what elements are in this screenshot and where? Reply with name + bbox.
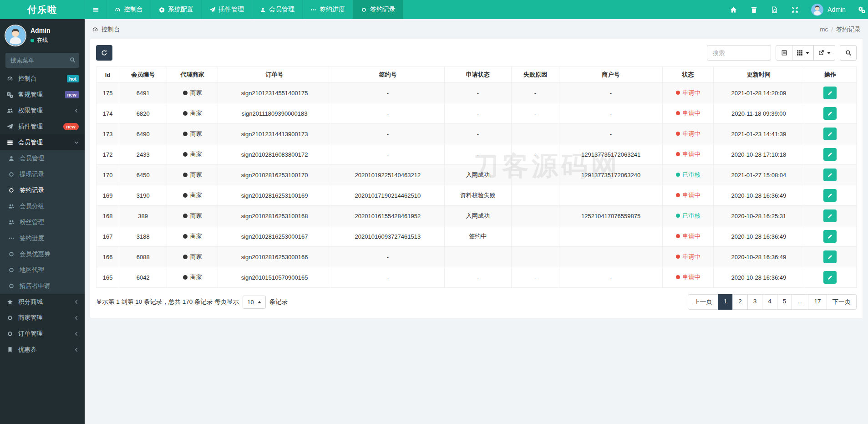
sidebar-item-plugin-management[interactable]: 插件管理new (0, 118, 85, 134)
cell-sign-no: - (331, 83, 445, 103)
page-button-4[interactable]: 4 (762, 294, 777, 310)
prev-page-button[interactable]: 上一页 (688, 294, 718, 310)
status-dot-icon (676, 152, 680, 156)
edit-button[interactable] (823, 128, 837, 140)
sidebar-search-input[interactable] (5, 53, 79, 68)
sidebar-item-fans-management[interactable]: 粉丝管理 (0, 214, 85, 230)
users-icon (7, 219, 15, 225)
sidebar-item-member-groups[interactable]: 会员分组 (0, 198, 85, 214)
edit-button[interactable] (823, 250, 837, 263)
sidebar-item-label: 常规管理 (18, 91, 61, 99)
topnav-item-sign-progress[interactable]: 签约进度 (302, 0, 353, 19)
search-toggle-button[interactable] (840, 45, 857, 61)
refresh-button[interactable] (96, 45, 112, 61)
cell-merchant-no: - (559, 83, 662, 103)
page-button-1[interactable]: 1 (718, 294, 733, 310)
edit-button[interactable] (823, 189, 837, 202)
edit-button[interactable] (823, 148, 837, 161)
edit-button[interactable] (823, 107, 837, 120)
edit-button[interactable] (823, 271, 837, 284)
breadcrumb: 控制台 mc/签约记录 (85, 19, 868, 39)
edit-button[interactable] (823, 230, 837, 243)
page-button-5[interactable]: 5 (777, 294, 792, 310)
sidebar-item-merchant-management[interactable]: 商家管理 (0, 310, 85, 326)
gears-icon (6, 92, 14, 98)
sidebar-item-sign-records[interactable]: 签约记录 (0, 182, 85, 198)
cell-status: 已审核 (663, 165, 714, 185)
cell-actions (804, 144, 856, 165)
cell-id: 174 (96, 103, 119, 124)
cell-sign-no: - (331, 124, 445, 144)
sidebar-item-member-management[interactable]: 会员管理 (0, 134, 85, 150)
sidebar-item-withdraw-records[interactable]: 提现记录 (0, 166, 85, 182)
sidebar-item-shop-expander-apply[interactable]: 拓店者申请 (0, 278, 85, 294)
cell-updated: 2021-01-28 14:20:09 (713, 83, 804, 103)
paper-plane-icon (6, 123, 14, 130)
column-header-actions: 操作 (804, 67, 856, 83)
cell-status: 申请中 (663, 226, 714, 247)
trash-button[interactable] (744, 0, 764, 19)
page-button-17[interactable]: 17 (808, 294, 827, 310)
edit-button[interactable] (823, 87, 837, 99)
sidebar-toggle-button[interactable] (85, 0, 107, 19)
user-menu[interactable]: Admin (805, 0, 852, 19)
sidebar-profile: Admin 在线 (0, 19, 85, 51)
breadcrumb-parent[interactable]: mc (820, 26, 828, 33)
online-label: 在线 (37, 36, 48, 44)
topnav-item-plugin-management[interactable]: 插件管理 (201, 0, 252, 19)
table-row: 1706450商家sign201028162531001702020101922… (96, 165, 857, 185)
cell-updated: 2020-10-28 17:10:18 (713, 144, 804, 165)
sidebar-item-sign-progress[interactable]: 签约进度 (0, 230, 85, 246)
page-size-select[interactable]: 10 (243, 296, 265, 309)
breadcrumb-right: mc/签约记录 (820, 26, 861, 34)
cell-id: 175 (96, 83, 119, 103)
cell-apply-status: - (444, 144, 511, 165)
breadcrumb-current: 签约记录 (836, 26, 861, 33)
cell-sign-no: - (331, 247, 445, 267)
sidebar-item-region-agents[interactable]: 地区代理 (0, 262, 85, 278)
cell-apply-status: - (444, 267, 511, 288)
cell-status: 申请中 (663, 144, 714, 165)
edit-button[interactable] (823, 209, 837, 222)
sidebar-item-permission-management[interactable]: 权限管理 (0, 102, 85, 118)
sidebar-item-points-mall[interactable]: 积分商城 (0, 294, 85, 310)
settings-button[interactable] (852, 0, 868, 19)
home-icon (730, 6, 737, 13)
sidebar-item-dashboard[interactable]: 控制台hot (0, 71, 85, 87)
topnav-item-label: 插件管理 (218, 5, 244, 14)
records-card: Id 会员编号 代理商家 订单号 签约号 申请状态 失败原因 商户号 状态 更新… (90, 39, 863, 318)
pencil-icon (827, 131, 833, 137)
cell-id: 166 (96, 247, 119, 267)
columns-dropdown-button[interactable] (792, 45, 814, 61)
status-dot-icon (676, 173, 680, 177)
pencil-icon (827, 234, 833, 239)
topnav-item-dashboard[interactable]: 控制台 (107, 0, 151, 19)
page-button-2[interactable]: 2 (732, 294, 748, 310)
next-page-button[interactable]: 下一页 (827, 294, 857, 310)
cell-status: 申请中 (663, 185, 714, 206)
sidebar-item-order-management[interactable]: 订单管理 (0, 326, 85, 342)
page-button-3[interactable]: 3 (747, 294, 763, 310)
table-search-input[interactable] (707, 45, 771, 61)
table-row: 1656042商家sign20101510570900165----申请中202… (96, 267, 857, 288)
edit-button[interactable] (823, 169, 837, 181)
clear-cache-button[interactable] (764, 0, 785, 19)
fullscreen-button[interactable] (785, 0, 805, 19)
topnav-item-member-management[interactable]: 会员管理 (252, 0, 302, 19)
sidebar-item-label: 地区代理 (20, 266, 79, 274)
breadcrumb-left[interactable]: 控制台 (92, 26, 120, 34)
search-icon[interactable] (70, 57, 76, 63)
sidebar-item-member-coupons[interactable]: 会员优惠券 (0, 246, 85, 262)
home-button[interactable] (723, 0, 744, 19)
detail-view-button[interactable] (776, 45, 792, 61)
sidebar-item-member-management-sub[interactable]: 会员管理 (0, 150, 85, 166)
topnav-item-label: 控制台 (124, 5, 143, 14)
sidebar-item-label: 签约记录 (20, 186, 79, 194)
topnav-item-system-config[interactable]: 系统配置 (151, 0, 201, 19)
cell-agent: 商家 (167, 124, 218, 144)
topnav-item-sign-records[interactable]: 签约记录 (353, 0, 403, 19)
sidebar-item-general-management[interactable]: 常规管理new (0, 87, 85, 102)
pencil-icon (827, 152, 833, 157)
sidebar-item-coupons[interactable]: 优惠券 (0, 342, 85, 358)
export-dropdown-button[interactable] (814, 45, 835, 61)
